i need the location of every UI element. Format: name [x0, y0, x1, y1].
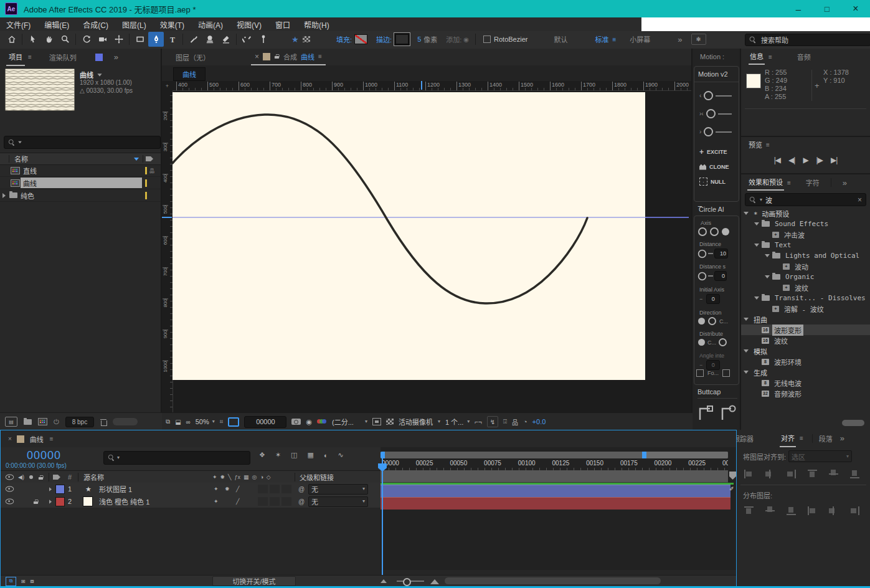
new-folder-icon[interactable]: [24, 419, 32, 425]
fo-checkbox-left[interactable]: [696, 369, 704, 377]
workspace-manager-icon[interactable]: ✻: [691, 34, 706, 45]
motion-slider-in[interactable]: ‹: [699, 91, 739, 100]
menu-item-2[interactable]: 合成(C): [83, 19, 108, 30]
timeline-mini-icon[interactable]: ⍗: [503, 418, 507, 425]
switch-column-icon-1[interactable]: ✹: [220, 474, 225, 480]
switch-column-icon-0[interactable]: ✦: [212, 474, 217, 480]
frame-blend-icon[interactable]: ▦: [308, 451, 314, 459]
excite-button[interactable]: +EXCITE: [699, 148, 739, 156]
number-column-header[interactable]: #: [68, 473, 72, 481]
exposure-value[interactable]: +0.0: [532, 418, 546, 425]
fx-tree-row[interactable]: ✦溶解 - 波纹: [741, 303, 870, 314]
source-name-column-header[interactable]: 源名称: [83, 472, 104, 482]
align-top-button[interactable]: [808, 470, 817, 478]
mask-opacity-icon[interactable]: [303, 36, 310, 42]
pixel-aspect-icon[interactable]: ⌐¬: [475, 419, 482, 425]
menu-item-4[interactable]: 效果(T): [160, 19, 184, 30]
camera-dropdown[interactable]: 活动摄像机 ▾: [399, 417, 440, 427]
align-right-button[interactable]: [787, 470, 796, 478]
distance-s-knob[interactable]: [698, 272, 707, 280]
solo-column-icon[interactable]: [29, 475, 33, 479]
project-item-2[interactable]: 纯色: [0, 189, 161, 202]
label-color-bar[interactable]: [145, 167, 147, 174]
distance-value[interactable]: 10: [714, 249, 728, 258]
tab-effects-presets[interactable]: 效果和预设: [747, 174, 784, 191]
composition-canvas[interactable]: [173, 90, 691, 412]
layer1-eye-icon[interactable]: [6, 486, 14, 492]
align-panel-menu-icon[interactable]: ≡: [800, 435, 803, 442]
expand-caret-icon[interactable]: [754, 296, 759, 300]
layer1-pickwhip-icon[interactable]: @: [298, 486, 305, 493]
layer1-switch-cell[interactable]: [270, 485, 280, 493]
layer1-switch-cell[interactable]: [258, 485, 268, 493]
tab-project[interactable]: 项目: [6, 49, 25, 66]
workspace-standard[interactable]: 标准: [595, 34, 608, 44]
item-info-caret-icon[interactable]: [97, 74, 102, 77]
draft-3d-icon[interactable]: ✶: [275, 451, 281, 459]
project-depth-button[interactable]: 8 bpc: [65, 417, 94, 427]
fx-tree-row[interactable]: 扭曲: [741, 314, 870, 325]
brush-tool[interactable]: [186, 32, 201, 47]
expand-inout-icon[interactable]: ⧇: [30, 577, 34, 585]
name-column-header[interactable]: 名称: [14, 154, 28, 164]
stroke-width-value[interactable]: 5: [417, 36, 421, 43]
distribute-right-button[interactable]: [850, 506, 859, 515]
playhead-line[interactable]: [382, 458, 383, 581]
direction-ccw-radio[interactable]: [708, 317, 716, 325]
flowchart-mini-icon[interactable]: 品: [512, 417, 518, 427]
layer1-duration-bar[interactable]: [381, 485, 731, 498]
menu-item-6[interactable]: 视图(V): [237, 19, 262, 30]
marker-bin-icon[interactable]: [729, 472, 736, 480]
layer1-parent-dropdown[interactable]: 无 ▾: [308, 484, 368, 495]
help-search-field[interactable]: 搜索帮助: [745, 34, 870, 46]
clone-stamp-tool[interactable]: [202, 32, 217, 47]
fill-swatch[interactable]: [354, 34, 367, 44]
fx-tree-row[interactable]: ✦冲击波: [741, 229, 870, 240]
label-color-bar[interactable]: [145, 179, 147, 187]
orbit-tool[interactable]: [78, 32, 94, 47]
tab-paragraph[interactable]: 段落: [819, 434, 833, 443]
fo-checkbox-right[interactable]: [722, 369, 730, 377]
tab-layer-viewer[interactable]: 图层（无）: [176, 52, 210, 62]
viewer-panel-menu-icon[interactable]: ≡: [318, 53, 322, 60]
layer2-lock-icon[interactable]: [34, 499, 38, 503]
vertical-ruler[interactable]: 2003004005006007008009001000: [162, 90, 173, 430]
layer1-label-chip[interactable]: [55, 485, 65, 494]
horizontal-ruler[interactable]: 4005006007008009001000110012001300140015…: [173, 81, 691, 91]
align-left-button[interactable]: [744, 470, 754, 478]
effects-tabs-overflow[interactable]: »: [843, 178, 847, 187]
eraser-tool[interactable]: [218, 32, 234, 47]
align-center-h-button[interactable]: [765, 470, 775, 478]
label-color-bar[interactable]: [145, 192, 147, 199]
distance-s-value[interactable]: 0: [714, 271, 727, 281]
expand-caret-icon[interactable]: [744, 349, 749, 353]
video-column-icon[interactable]: [6, 475, 14, 480]
distribute-a-radio[interactable]: [698, 339, 705, 346]
buttcap-square-button[interactable]: [695, 402, 714, 422]
motion-blur-icon[interactable]: ◐: [324, 452, 328, 459]
tab-render-queue[interactable]: 渲染队列: [49, 52, 77, 62]
menu-item-7[interactable]: 窗口: [275, 19, 290, 30]
marker-track[interactable]: [381, 470, 728, 483]
current-time-display[interactable]: 00000: [27, 449, 61, 462]
preview-panel-menu-icon[interactable]: ≡: [766, 141, 770, 148]
switch-column-icon-3[interactable]: ƒx: [235, 474, 241, 480]
layer2-collapse-switch[interactable]: ✦: [214, 498, 219, 505]
fx-tree-row[interactable]: 32音频波形: [741, 388, 870, 399]
close-button[interactable]: ×: [841, 3, 870, 14]
layer1-expand-caret-icon[interactable]: [49, 487, 52, 491]
layer2-name[interactable]: 浅色 橙色 纯色 1: [99, 496, 149, 506]
breadcrumb-comp[interactable]: 曲线: [173, 67, 206, 81]
expand-caret-icon[interactable]: [765, 275, 770, 278]
lock-icon[interactable]: [275, 54, 279, 59]
timeline-panel-menu-icon[interactable]: ≡: [50, 435, 54, 442]
show-snapshot-icon[interactable]: ◉: [306, 418, 312, 426]
label-column-icon[interactable]: [53, 475, 60, 480]
toggle-switches-modes-button[interactable]: 切换开关/模式: [212, 576, 296, 586]
project-scroll-pill[interactable]: [113, 418, 138, 425]
timeline-zoom-knob[interactable]: [403, 578, 411, 586]
graph-editor-icon[interactable]: ∿: [338, 451, 344, 459]
next-frame-button[interactable]: |▶: [816, 156, 823, 164]
rotobezier-checkbox[interactable]: [483, 36, 491, 43]
sort-caret-icon[interactable]: [134, 158, 139, 161]
